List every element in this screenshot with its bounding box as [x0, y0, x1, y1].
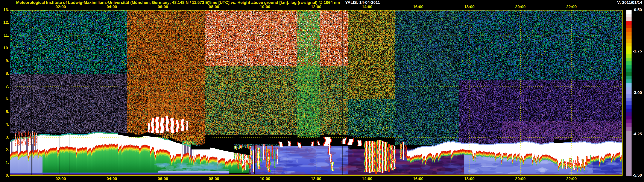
colorbar-stop [626, 58, 632, 61]
x-tick-bottom: 04:00 [103, 177, 121, 181]
colorbar-stop [626, 105, 632, 108]
x-tick-bottom: 20:00 [511, 177, 529, 181]
colorbar-stop [626, 76, 632, 80]
version-label: V: 2011/01/14 [617, 0, 642, 5]
x-tick-bottom: 02:00 [52, 177, 70, 181]
colorbar-tick: -3.00 [632, 90, 642, 95]
colorbar-stop [626, 72, 632, 76]
colorbar-stop [626, 61, 632, 65]
y-tick: 3. [0, 135, 9, 140]
colorbar-stop [626, 69, 632, 72]
colorbar-stop [626, 32, 632, 36]
colorbar-stop [626, 83, 632, 87]
x-tick-top: 04:00 [103, 4, 121, 9]
x-tick-top: 14:00 [358, 4, 376, 9]
heatmap-canvas[interactable] [10, 10, 622, 176]
x-tick-top: 08:00 [205, 4, 223, 9]
colorbar-stop [626, 131, 632, 176]
colorbar-stop [626, 36, 632, 39]
y-tick: 10. [0, 46, 9, 50]
colorbar-stop [626, 87, 632, 90]
y-tick: 4. [0, 122, 9, 127]
x-tick-bottom: 08:00 [205, 177, 223, 181]
y-tick: 9. [0, 58, 9, 63]
colorbar-stop [626, 123, 632, 127]
y-tick: 0. [0, 173, 9, 178]
colorbar-stop [626, 21, 632, 25]
colorbar-stop [626, 43, 632, 46]
colorbar-tick: -5.50 [632, 173, 642, 178]
x-tick-bottom: 22:00 [562, 177, 580, 181]
colorbar-stop [626, 94, 632, 98]
x-tick-bottom: 06:00 [154, 177, 172, 181]
colorbar-tick: -4.25 [632, 132, 642, 136]
colorbar-stop [626, 108, 632, 112]
x-tick-top: 18:00 [460, 4, 478, 9]
colorbar-stop [626, 28, 632, 32]
x-tick-top: 20:00 [511, 4, 529, 9]
x-tick-top: 16:00 [409, 4, 427, 9]
y-tick: 5. [0, 109, 9, 114]
x-tick-top: 02:00 [52, 4, 70, 9]
colorbar-stop [626, 46, 632, 50]
x-tick-top: 06:00 [154, 4, 172, 9]
y-tick: 2. [0, 148, 9, 152]
colorbar-stop [626, 116, 632, 119]
colorbar-stop [626, 90, 632, 94]
colorbar-stop [626, 80, 632, 83]
lidar-quicklook-screen: Meteorological Institute of Ludwig-Maxim… [0, 0, 644, 182]
colorbar-stop [626, 14, 632, 17]
colorbar-stop [626, 101, 632, 105]
y-tick: 8. [0, 71, 9, 76]
x-tick-bottom: 18:00 [460, 177, 478, 181]
x-tick-bottom: 12:00 [307, 177, 325, 181]
colorbar-stop [626, 25, 632, 28]
colorbar-stop [626, 39, 632, 43]
y-tick: 13. [0, 7, 9, 12]
colorbar-tick: -1.75 [632, 49, 642, 54]
colorbar-stop [626, 17, 632, 21]
colorbar-stop [626, 10, 632, 14]
colorbar-stop [626, 119, 632, 123]
y-tick: 1. [0, 160, 9, 165]
y-tick: 11. [0, 33, 9, 38]
instrument-date-label: YALIS: 14-04-2011 [345, 0, 380, 5]
colorbar-stop [626, 112, 632, 116]
x-tick-top: 22:00 [562, 4, 580, 9]
plot-title: Time [UTC] vs. Height above ground [km]:… [208, 0, 340, 5]
x-tick-top: 10:00 [256, 4, 274, 9]
colorbar-stop [626, 65, 632, 69]
x-tick-top: 12:00 [307, 4, 325, 9]
colorbar-tick: -0.50 [632, 7, 642, 12]
colorbar-stop [626, 54, 632, 58]
x-tick-bottom: 16:00 [409, 177, 427, 181]
y-tick: 7. [0, 84, 9, 89]
colorbar-stop [626, 50, 632, 54]
colorbar [626, 10, 632, 176]
y-tick: 12. [0, 20, 9, 25]
institute-title: Meteorological Institute of Ludwig-Maxim… [16, 0, 211, 5]
x-tick-bottom: 14:00 [358, 177, 376, 181]
colorbar-stop [626, 98, 632, 101]
y-tick: 6. [0, 96, 9, 101]
colorbar-stop [626, 127, 632, 131]
x-tick-bottom: 10:00 [256, 177, 274, 181]
